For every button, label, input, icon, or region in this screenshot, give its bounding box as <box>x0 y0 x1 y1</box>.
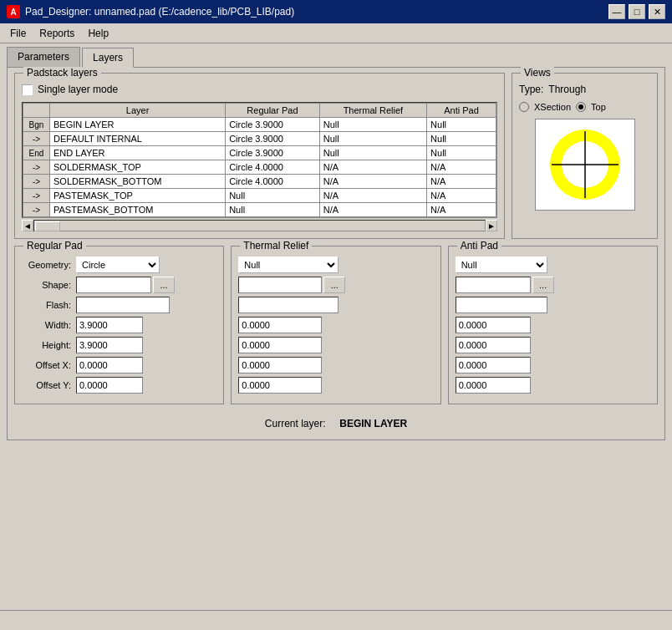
single-layer-checkbox[interactable] <box>22 84 33 95</box>
xsection-radio[interactable] <box>519 102 529 112</box>
tr-width-row <box>238 317 433 333</box>
top-radio[interactable] <box>576 102 586 112</box>
rp-offsety-row: Offset Y: <box>22 377 216 394</box>
ap-shape-input[interactable] <box>456 277 531 293</box>
tr-offsetx-input[interactable] <box>238 357 322 373</box>
rp-geometry-select[interactable]: Circle Square Oblong Rectangle Null <box>76 257 160 273</box>
hscroll-track[interactable] <box>33 220 486 231</box>
ap-width-input[interactable] <box>456 317 531 333</box>
tr-width-input[interactable] <box>238 317 322 333</box>
title-bar-left: A Pad_Designer: unnamed.pad (E:/cadence_… <box>7 5 294 18</box>
row-anti-pad: Null <box>427 146 496 160</box>
ap-flash-input[interactable] <box>456 297 547 313</box>
rp-geometry-label: Geometry: <box>22 260 76 270</box>
row-layer: PASTEMASK_BOTTOM <box>50 203 226 217</box>
type-label: Type: <box>519 84 543 95</box>
type-value: Through <box>548 84 586 95</box>
row-regular-pad: Circle 3.9000 <box>226 146 320 160</box>
close-button[interactable]: ✕ <box>649 4 665 19</box>
current-layer-value: BEGIN LAYER <box>339 418 407 429</box>
hscroll-area: ◄ ► <box>22 220 497 231</box>
rp-shape-input[interactable] <box>76 277 151 293</box>
tab-layers[interactable]: Layers <box>82 48 134 68</box>
row-regular-pad: Circle 3.9000 <box>226 118 320 132</box>
table-row[interactable]: -> DEFAULT INTERNAL Circle 3.9000 Null N… <box>23 132 496 146</box>
rp-height-label: Height: <box>22 340 76 350</box>
col-prefix <box>23 104 50 118</box>
rp-height-input[interactable] <box>76 337 143 353</box>
row-prefix: Bgn <box>23 118 50 132</box>
rp-offsetx-row: Offset X: <box>22 357 216 373</box>
layer-table-wrapper[interactable]: Layer Regular Pad Thermal Relief Anti Pa… <box>22 102 497 218</box>
regular-pad-group: Regular Pad Geometry: Circle Square Oblo… <box>14 246 224 404</box>
table-row[interactable]: End END LAYER Circle 3.9000 Null Null <box>23 146 496 160</box>
ap-offsety-row <box>456 377 650 394</box>
single-layer-row: Single layer mode <box>22 84 497 95</box>
title-bar-text: Pad_Designer: unnamed.pad (E:/cadence_li… <box>25 6 294 18</box>
ap-offsetx-input[interactable] <box>456 357 531 373</box>
rp-shape-btn[interactable]: ... <box>153 277 175 293</box>
row-prefix: -> <box>23 132 50 146</box>
rp-offsety-input[interactable] <box>76 377 143 394</box>
maximize-button[interactable]: □ <box>629 4 645 19</box>
tab-parameters[interactable]: Parameters <box>7 47 80 67</box>
row-regular-pad: Circle 4.0000 <box>226 160 320 175</box>
row-regular-pad: Null <box>226 203 320 217</box>
menu-help[interactable]: Help <box>81 26 115 41</box>
hscroll-right-btn[interactable]: ► <box>486 220 497 231</box>
single-layer-label: Single layer mode <box>38 84 118 95</box>
menu-file[interactable]: File <box>3 26 33 41</box>
row-layer: PASTEMASK_TOP <box>50 189 226 203</box>
tr-shape-btn[interactable]: ... <box>323 277 345 293</box>
row-prefix: -> <box>23 160 50 175</box>
row-anti-pad: Null <box>427 118 496 132</box>
ap-offsety-input[interactable] <box>456 377 531 394</box>
ap-width-row <box>456 317 650 333</box>
tr-height-row <box>238 337 433 353</box>
regular-pad-label: Regular Pad <box>23 240 86 251</box>
row-prefix: -> <box>23 203 50 217</box>
row-anti-pad: N/A <box>427 203 496 217</box>
hscroll-thumb[interactable] <box>35 221 60 231</box>
row-anti-pad: N/A <box>427 160 496 175</box>
tr-shape-input[interactable] <box>238 277 322 293</box>
tr-geometry-row: Null Circle Square <box>238 257 433 273</box>
anti-pad-group: Anti Pad Null Circle Square ... <box>448 246 658 404</box>
menu-reports[interactable]: Reports <box>33 26 81 41</box>
table-row[interactable]: -> PASTEMASK_BOTTOM Null N/A N/A <box>23 203 496 217</box>
row-regular-pad: Circle 4.0000 <box>226 175 320 189</box>
table-row[interactable]: -> SOLDERMASK_TOP Circle 4.0000 N/A N/A <box>23 160 496 175</box>
ap-shape-btn[interactable]: ... <box>532 277 554 293</box>
tr-geometry-select[interactable]: Null Circle Square <box>238 257 339 273</box>
padstack-layers-label: Padstack layers <box>23 67 101 79</box>
row-thermal-relief: N/A <box>319 189 426 203</box>
rp-shape-row: Shape: ... <box>22 277 216 293</box>
minimize-button[interactable]: — <box>608 4 625 19</box>
rp-width-input[interactable] <box>76 317 143 333</box>
table-row[interactable]: -> SOLDERMASK_BOTTOM Circle 4.0000 N/A N… <box>23 175 496 189</box>
row-thermal-relief: N/A <box>319 175 426 189</box>
col-anti-pad: Anti Pad <box>427 104 496 118</box>
rp-flash-label: Flash: <box>22 300 76 310</box>
row-prefix: End <box>23 146 50 160</box>
current-layer-bar: Current layer: BEGIN LAYER <box>14 418 658 429</box>
tr-offsety-input[interactable] <box>238 377 322 394</box>
row-layer: END LAYER <box>50 146 226 160</box>
app-icon: A <box>7 5 20 18</box>
ap-height-input[interactable] <box>456 337 531 353</box>
rp-flash-input[interactable] <box>76 297 170 313</box>
ap-offsetx-row <box>456 357 650 373</box>
menu-bar: File Reports Help <box>0 23 672 43</box>
tr-offsety-row <box>238 377 433 394</box>
table-row[interactable]: Bgn BEGIN LAYER Circle 3.9000 Null Null <box>23 118 496 132</box>
rp-offsetx-input[interactable] <box>76 357 143 373</box>
tr-height-input[interactable] <box>238 337 322 353</box>
row-thermal-relief: Null <box>319 132 426 146</box>
table-row[interactable]: -> PASTEMASK_TOP Null N/A N/A <box>23 189 496 203</box>
hscroll-left-btn[interactable]: ◄ <box>22 220 33 231</box>
ap-geometry-select[interactable]: Null Circle Square <box>456 257 547 273</box>
current-layer-label: Current layer: <box>265 418 326 429</box>
tr-flash-input[interactable] <box>238 297 339 313</box>
tab-bar: Parameters Layers <box>0 43 672 67</box>
col-thermal-relief: Thermal Relief <box>319 104 426 118</box>
